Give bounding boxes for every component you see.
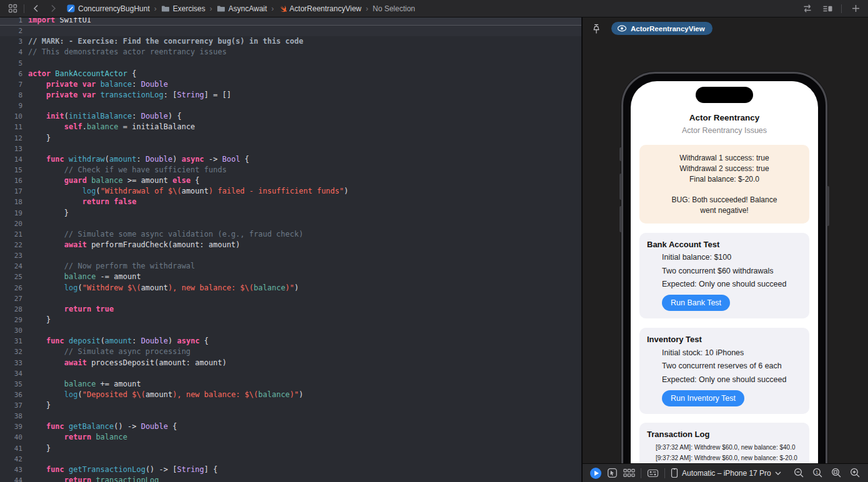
line-number[interactable]: 26: [0, 283, 22, 293]
code-line[interactable]: 16 guard balance >= amount else {: [0, 175, 581, 186]
line-number[interactable]: 44: [0, 475, 22, 482]
code-line[interactable]: 37 }: [0, 400, 581, 411]
line-number[interactable]: 5: [0, 58, 22, 69]
code-line[interactable]: 31 func deposit(amount: Double) async {: [0, 336, 581, 347]
device-settings-icon[interactable]: [647, 468, 659, 478]
code-line[interactable]: 28 return true: [0, 304, 581, 315]
code-line[interactable]: 32 // Simulate async processing: [0, 347, 581, 357]
code-line[interactable]: 26 log("Withdrew $\(amount), new balance…: [0, 283, 581, 293]
code-line[interactable]: 38: [0, 411, 581, 421]
line-number[interactable]: 10: [0, 111, 22, 122]
line-number[interactable]: 21: [0, 229, 22, 240]
code-line[interactable]: 36 log("Deposited $\(amount), new balanc…: [0, 390, 581, 400]
code-line[interactable]: 18 return false: [0, 197, 581, 207]
line-number[interactable]: 7: [0, 79, 22, 90]
code-line[interactable]: 6actor BankAccountActor {: [0, 69, 581, 79]
line-number[interactable]: 24: [0, 261, 22, 272]
code-line[interactable]: 21 // Simulate some async validation (e.…: [0, 229, 581, 240]
swap-editor-icon[interactable]: [801, 2, 814, 15]
line-number[interactable]: 17: [0, 186, 22, 197]
code-line[interactable]: 40 return balance: [0, 432, 581, 443]
selectable-mode-icon[interactable]: [607, 468, 618, 478]
line-number[interactable]: 23: [0, 250, 22, 261]
code-line[interactable]: 22 await performFraudCheck(amount: amoun…: [0, 240, 581, 250]
line-number[interactable]: 28: [0, 304, 22, 315]
preview-tab[interactable]: ActorReentrancyView: [611, 22, 713, 35]
line-number[interactable]: 41: [0, 443, 22, 454]
line-number[interactable]: 1: [0, 17, 22, 25]
line-number[interactable]: 2: [0, 26, 22, 36]
line-number[interactable]: 33: [0, 358, 22, 368]
code-line[interactable]: 15 // Check if we have sufficient funds: [0, 165, 581, 175]
run-bank-test-button[interactable]: Run Bank Test: [662, 295, 730, 311]
code-line[interactable]: 1import SwiftUI: [0, 17, 581, 26]
line-number[interactable]: 35: [0, 379, 22, 390]
code-line[interactable]: 43 func getTransactionLog() -> [String] …: [0, 465, 581, 475]
line-number[interactable]: 27: [0, 293, 22, 304]
code-line[interactable]: 34: [0, 368, 581, 379]
code-line[interactable]: 30: [0, 325, 581, 336]
code-line[interactable]: 35 balance += amount: [0, 379, 581, 390]
breadcrumb-item[interactable]: ActorReentrancyView: [279, 4, 362, 13]
zoom-100-icon[interactable]: 1: [812, 468, 823, 478]
line-number[interactable]: 25: [0, 272, 22, 282]
zoom-fit-icon[interactable]: [831, 468, 842, 478]
line-number[interactable]: 3: [0, 36, 22, 47]
live-preview-button[interactable]: [590, 468, 601, 479]
code-line[interactable]: 9: [0, 101, 581, 111]
code-line[interactable]: 29 }: [0, 315, 581, 325]
line-number[interactable]: 9: [0, 101, 22, 111]
code-line[interactable]: 44 return transactionLog: [0, 475, 581, 482]
zoom-out-icon[interactable]: [794, 468, 804, 478]
line-number[interactable]: 6: [0, 69, 22, 79]
breadcrumb-item[interactable]: No Selection: [373, 4, 415, 13]
code-line[interactable]: 27: [0, 293, 581, 304]
device-selector[interactable]: Automatic – iPhone 17 Pro: [671, 468, 781, 478]
line-number[interactable]: 16: [0, 175, 22, 186]
code-line[interactable]: 7 private var balance: Double: [0, 79, 581, 90]
variants-mode-icon[interactable]: [623, 468, 635, 478]
back-icon[interactable]: [29, 2, 42, 15]
editor-options-icon[interactable]: [821, 2, 834, 15]
source-editor[interactable]: 1import SwiftUI23// MARK: - Exercise: Fi…: [0, 17, 581, 482]
code-line[interactable]: 41 }: [0, 443, 581, 454]
line-number[interactable]: 38: [0, 411, 22, 421]
code-line[interactable]: 3// MARK: - Exercise: Find the concurren…: [0, 36, 581, 47]
code-line[interactable]: 25 balance -= amount: [0, 272, 581, 282]
line-number[interactable]: 14: [0, 154, 22, 165]
code-line[interactable]: 23: [0, 250, 581, 261]
code-line[interactable]: 5: [0, 58, 581, 69]
line-number[interactable]: 39: [0, 421, 22, 432]
run-inventory-test-button[interactable]: Run Inventory Test: [662, 390, 744, 406]
line-number[interactable]: 18: [0, 197, 22, 207]
code-line[interactable]: 19 }: [0, 208, 581, 219]
code-line[interactable]: 17 log("Withdrawal of $\(amount) failed …: [0, 186, 581, 197]
line-number[interactable]: 40: [0, 432, 22, 443]
line-number[interactable]: 8: [0, 90, 22, 101]
code-line[interactable]: 10 init(initialBalance: Double) {: [0, 111, 581, 122]
line-number[interactable]: 31: [0, 336, 22, 347]
code-line[interactable]: 24 // Now perform the withdrawal: [0, 261, 581, 272]
line-number[interactable]: 22: [0, 240, 22, 250]
code-line[interactable]: 20: [0, 219, 581, 229]
code-line[interactable]: 33 await processDeposit(amount: amount): [0, 358, 581, 368]
code-line[interactable]: 2: [0, 26, 581, 36]
code-line[interactable]: 11 self.balance = initialBalance: [0, 122, 581, 132]
code-line[interactable]: 13: [0, 144, 581, 154]
line-number[interactable]: 29: [0, 315, 22, 325]
zoom-in-icon[interactable]: [850, 468, 861, 478]
line-number[interactable]: 42: [0, 454, 22, 465]
breadcrumb-item[interactable]: Exercises: [161, 4, 205, 13]
line-number[interactable]: 32: [0, 347, 22, 357]
breadcrumb-item[interactable]: ConcurrencyBugHunt: [67, 4, 150, 13]
code-line[interactable]: 12 }: [0, 133, 581, 144]
related-items-icon[interactable]: [6, 2, 19, 15]
line-number[interactable]: 4: [0, 47, 22, 57]
line-number[interactable]: 37: [0, 400, 22, 411]
line-number[interactable]: 15: [0, 165, 22, 175]
line-number[interactable]: 19: [0, 208, 22, 219]
add-editor-icon[interactable]: [849, 2, 862, 15]
line-number[interactable]: 13: [0, 144, 22, 154]
line-number[interactable]: 30: [0, 325, 22, 336]
line-number[interactable]: 20: [0, 219, 22, 229]
